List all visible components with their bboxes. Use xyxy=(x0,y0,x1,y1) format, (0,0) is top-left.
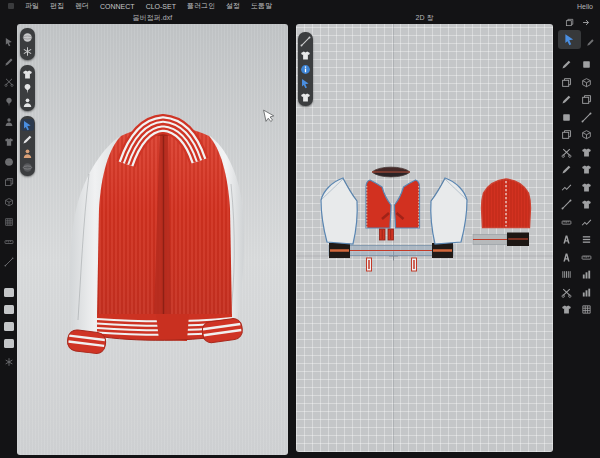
rectangle-pattern-tool-icon[interactable] xyxy=(556,109,576,127)
front-right-pattern[interactable] xyxy=(395,180,420,228)
menu-item-6[interactable]: 플러그인 xyxy=(187,1,215,11)
dock-box-tool-icon[interactable] xyxy=(4,192,14,212)
dart-tool-icon[interactable] xyxy=(556,144,576,162)
wind-button[interactable] xyxy=(21,45,34,57)
transform-pattern-tool-icon[interactable] xyxy=(576,56,596,74)
back-pattern-group xyxy=(482,174,531,234)
menu-item-3[interactable]: 렌더 xyxy=(75,1,89,11)
pin-tool-button[interactable] xyxy=(21,82,34,94)
select-2d-tool-button[interactable] xyxy=(299,77,312,89)
front-left-pattern[interactable] xyxy=(366,180,391,228)
dock-select-tool-icon[interactable] xyxy=(4,32,14,52)
pattern-pen-tool-icon[interactable] xyxy=(556,56,576,74)
sleeve-right-group xyxy=(431,178,467,244)
viewport3d-toolbar-group-2 xyxy=(20,65,35,111)
dock-scissors-tool-icon[interactable] xyxy=(4,72,14,92)
show-garment-2d-button[interactable] xyxy=(299,49,312,61)
world-navigation-button[interactable] xyxy=(21,161,34,173)
dock-avatar-tool-icon[interactable] xyxy=(4,112,14,132)
dock-plug-icon[interactable] xyxy=(4,352,14,372)
menu-item-4[interactable]: CONNECT xyxy=(100,3,135,10)
dock-panel-button-3[interactable] xyxy=(4,322,14,331)
viewport2d-title: 2D 창 xyxy=(296,12,553,24)
measure-tool-icon[interactable] xyxy=(576,249,596,267)
text-style-tool-icon[interactable] xyxy=(556,249,576,267)
menu-item-7[interactable]: 설정 xyxy=(226,1,240,11)
dock-grid-tool-icon[interactable] xyxy=(4,212,14,232)
trace-tool-icon[interactable] xyxy=(556,161,576,179)
placket-right-group xyxy=(412,258,417,271)
pattern-board xyxy=(296,24,553,452)
notch-tool-icon[interactable] xyxy=(576,109,596,127)
move-pattern-tool-icon[interactable] xyxy=(576,74,596,92)
collar-band-group xyxy=(473,233,529,247)
dock-layers-tool-icon[interactable] xyxy=(4,172,14,192)
app-window: 파일편집렌더CONNECTCLO-SET플러그인설정도움말 Hello 봄버점퍼… xyxy=(0,0,600,458)
viewport3d-toolbar-group-3 xyxy=(20,116,35,176)
avatar-skin-tool-button[interactable] xyxy=(21,147,34,159)
dock-panel-button-2[interactable] xyxy=(4,305,14,314)
dock-panel-button-4[interactable] xyxy=(4,339,14,348)
viewport3d-toolbar-group-1 xyxy=(20,28,35,60)
flag-measure-tool-icon[interactable] xyxy=(576,266,596,284)
chart-tool-icon[interactable] xyxy=(576,284,596,302)
reset-arrangement-button[interactable] xyxy=(299,91,312,103)
garment-dark-tool-icon[interactable] xyxy=(576,196,596,214)
fit-garment-tool-icon[interactable] xyxy=(576,161,596,179)
partial-tool-icon[interactable] xyxy=(586,33,595,51)
hem-band-group xyxy=(329,243,453,258)
grid-texture-tool-icon[interactable] xyxy=(576,301,596,319)
viewport-2d[interactable] xyxy=(296,24,553,452)
brush-tool-button[interactable] xyxy=(21,133,34,145)
arrange-garment-tool-icon[interactable] xyxy=(576,144,596,162)
dock-ruler-tool-icon[interactable] xyxy=(4,232,14,252)
garment-texture-tool-icon[interactable] xyxy=(576,179,596,197)
float-panel-icon[interactable] xyxy=(565,13,574,31)
select-2d-active-tool-button[interactable] xyxy=(558,30,581,49)
fold-pattern-tool-icon[interactable] xyxy=(576,126,596,144)
sleeve-left-group xyxy=(321,178,357,244)
panel-window-controls xyxy=(565,13,591,31)
select-move-tool-button[interactable] xyxy=(21,119,34,131)
dark-shirt-tool-icon[interactable] xyxy=(556,301,576,319)
sleeve-right-pattern[interactable] xyxy=(431,178,467,244)
sleeve-left-pattern[interactable] xyxy=(321,178,357,244)
front-right-group xyxy=(395,180,420,228)
info-toggle-button[interactable] xyxy=(299,63,312,75)
collar-pattern-group xyxy=(372,167,410,177)
show-avatar-button[interactable] xyxy=(21,96,34,108)
add-point-tool-icon[interactable] xyxy=(556,91,576,109)
dock-pen-tool-icon[interactable] xyxy=(4,52,14,72)
render-mode-button[interactable] xyxy=(21,31,34,43)
pattern-tools-grid xyxy=(556,56,596,319)
right-toolbar xyxy=(553,0,600,458)
segment-sewing-tool-icon[interactable] xyxy=(556,196,576,214)
edit-pattern-tool-icon[interactable] xyxy=(556,74,576,92)
buttonhole-tool-icon[interactable] xyxy=(556,266,576,284)
dock-pin-tool-icon[interactable] xyxy=(4,92,14,112)
menu-item-5[interactable]: CLO-SET xyxy=(146,3,176,10)
garment-3d[interactable] xyxy=(17,24,288,455)
grading-tool-icon[interactable] xyxy=(576,91,596,109)
dock-panel-button-1[interactable] xyxy=(4,288,14,297)
seam-edit-tool-icon[interactable] xyxy=(556,179,576,197)
pattern-list-tool-icon[interactable] xyxy=(576,231,596,249)
menu-item-2[interactable]: 편집 xyxy=(50,1,64,11)
dock-sphere-tool-icon[interactable] xyxy=(4,152,14,172)
menubar: 파일편집렌더CONNECTCLO-SET플러그인설정도움말 xyxy=(0,0,600,12)
text-tool-icon[interactable] xyxy=(556,231,576,249)
dock-line-tool-icon[interactable] xyxy=(4,252,14,272)
edit-line-tool-button[interactable] xyxy=(299,35,312,47)
sewing-line-tool-icon[interactable] xyxy=(576,214,596,232)
jacket-cuff-left[interactable] xyxy=(66,329,106,354)
menu-item-1[interactable]: 파일 xyxy=(25,1,39,11)
dock-garment-tool-icon[interactable] xyxy=(4,132,14,152)
viewport-3d[interactable] xyxy=(17,24,288,455)
app-logo xyxy=(8,3,14,9)
copy-pattern-tool-icon[interactable] xyxy=(556,126,576,144)
cut-and-sew-tool-icon[interactable] xyxy=(556,284,576,302)
ruler-tool-icon[interactable] xyxy=(556,214,576,232)
menu-item-8[interactable]: 도움말 xyxy=(251,1,272,11)
expand-panel-icon[interactable] xyxy=(582,13,591,31)
show-garment-button[interactable] xyxy=(21,68,34,80)
